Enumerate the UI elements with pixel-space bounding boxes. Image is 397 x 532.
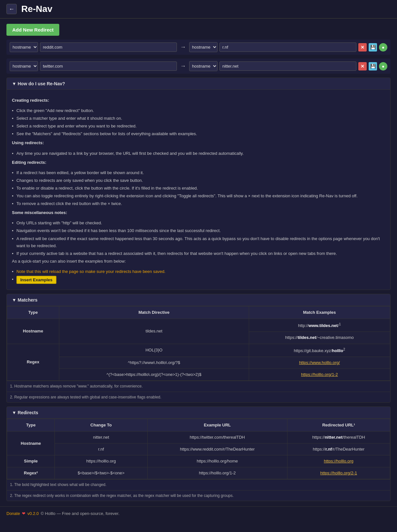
- redirects-body: Type Change To Example URL Redirected UR…: [7, 419, 390, 501]
- list-item: To enable or disable a redirect, click t…: [12, 185, 385, 192]
- quickstart-text: As a quick-start you can also insert the…: [12, 258, 385, 265]
- bold-part: nitter.net: [325, 435, 343, 440]
- list-item: If a redirect has been edited, a yellow …: [12, 169, 385, 176]
- redirect-1-from-value[interactable]: [40, 42, 177, 52]
- type-cell: Regex²: [7, 467, 55, 479]
- change-cell: r.nf: [55, 443, 148, 455]
- example-url-cell: https://holllo.org/1-2: [147, 467, 287, 479]
- col-change: Change To: [55, 419, 148, 431]
- list-item: A redirect will be cancelled if the exac…: [12, 235, 385, 249]
- col-directive: Match Directive: [59, 306, 249, 319]
- example-url-cell: https://www.reddit.com/r/TheDearHunter: [147, 443, 287, 455]
- redirect-1-save-button[interactable]: 💾: [369, 43, 377, 51]
- table-row: Hostname nitter.net https://twitter.com/…: [7, 432, 390, 443]
- example-cell: http://www.tildes.net/1: [249, 319, 390, 332]
- creating-list: Click the green "Add new redirect" butto…: [12, 107, 385, 137]
- redirect-1-to-value[interactable]: [219, 42, 356, 52]
- example-url-cell: https://twitter.com/therealTDH: [147, 432, 287, 443]
- redirect-row-1: hostname regex → hostname simple regex ✕…: [6, 40, 391, 55]
- example-link-yellow-2: https://holllo.org/1-2: [301, 372, 338, 377]
- misc-title: Some miscellaneous notes:: [12, 209, 385, 216]
- redirected-url-cell: https://nitter.net/therealTDH: [287, 432, 390, 443]
- redirected-url-cell: https://holllo.org/2-1: [287, 467, 390, 479]
- redirect-2-to-type[interactable]: hostname simple regex: [189, 61, 218, 71]
- redirected-link-yellow-2: https://holllo.org/2-1: [320, 471, 357, 475]
- col-examples: Match Examples: [249, 306, 390, 319]
- bold-part: www.tildes.net: [309, 323, 338, 328]
- list-item: Select a matcher type and enter what it …: [12, 115, 385, 122]
- redirect-2-toggle-button[interactable]: ●: [379, 62, 387, 70]
- redirect-1-from-type[interactable]: hostname regex: [10, 42, 38, 52]
- donate-link[interactable]: Donate: [6, 511, 20, 516]
- editing-list: If a redirect has been edited, a yellow …: [12, 169, 385, 207]
- redirect-2-save-button[interactable]: 💾: [369, 62, 377, 70]
- arrow-icon-2: →: [179, 63, 187, 70]
- matchers-section: ▼ Matchers Type Match Directive Match Ex…: [6, 294, 391, 403]
- matchers-table: Type Match Directive Match Examples Host…: [7, 306, 390, 381]
- type-cell: Hostname: [7, 319, 59, 344]
- example-link-yellow: https://www.holllo.org/: [299, 360, 340, 365]
- bold-part: holllo: [332, 348, 343, 353]
- table-row: Regex HOL{3}O https://git.bauke.xyz/holl…: [7, 344, 390, 357]
- misc-list: Only URLs starting with "http" will be c…: [12, 219, 385, 257]
- list-item: Only URLs starting with "http" will be c…: [12, 219, 385, 227]
- list-item: To remove a redirect click the red butto…: [12, 200, 385, 207]
- redirected-link-yellow: https://holllo.org: [324, 459, 353, 463]
- list-item: You can also toggle redirecting entirely…: [12, 192, 385, 200]
- type-cell: Hostname: [7, 432, 55, 455]
- header: ← Re-Nav: [0, 0, 397, 19]
- how-to-body: Creating redirects: Click the green "Add…: [7, 90, 390, 290]
- using-list: Any time you are navigated to a link by …: [12, 150, 385, 157]
- directive-cell: HOL{3}O: [59, 344, 249, 357]
- directive-cell: tildes.net: [59, 319, 249, 344]
- redirect-2-to-value[interactable]: [219, 61, 356, 71]
- list-item: Note that this will reload the page so m…: [12, 268, 385, 275]
- redirect-2-from-type[interactable]: hostname regex: [10, 61, 38, 71]
- version-badge: v0.2.0: [27, 511, 39, 516]
- insert-examples-button[interactable]: Insert Examples: [16, 276, 56, 284]
- how-to-header[interactable]: ▼ How do I use Re-Nav?: [7, 78, 390, 90]
- redirects-section: ▼ Redirects Type Change To Example URL R…: [6, 406, 391, 501]
- change-cell: https://holllo.org: [55, 455, 148, 467]
- redirected-url-cell: https://r.nf/r/TheDearHunter: [287, 443, 390, 455]
- redirects-table-header-row: Type Change To Example URL Redirected UR…: [7, 419, 390, 431]
- matchers-body: Type Match Directive Match Examples Host…: [7, 306, 390, 402]
- col-example: Example URL: [147, 419, 287, 431]
- matchers-header[interactable]: ▼ Matchers: [7, 294, 390, 306]
- how-to-section: ▼ How do I use Re-Nav? Creating redirect…: [6, 78, 391, 290]
- change-cell: $<base>/$<two>-$<one>: [55, 467, 148, 479]
- list-item: See the "Matchers" and "Redirects" secti…: [12, 130, 385, 137]
- app-title: Re-Nav: [21, 4, 52, 14]
- redirect-1-delete-button[interactable]: ✕: [358, 43, 367, 51]
- redirect-1-toggle-button[interactable]: ●: [379, 43, 387, 51]
- main-content: Add New Redirect hostname regex → hostna…: [0, 19, 397, 506]
- back-button[interactable]: ←: [6, 4, 17, 14]
- matchers-table-header-row: Type Match Directive Match Examples: [7, 306, 390, 319]
- matchers-footnote-2: 2. Regular expressions are always tested…: [7, 392, 390, 402]
- redirect-1-to-type[interactable]: hostname simple regex: [189, 42, 218, 52]
- redirect-2-delete-button[interactable]: ✕: [358, 62, 367, 70]
- directive-cell: ^(?<base>https://holllo\.org)/(?<one>1)-…: [59, 369, 249, 381]
- list-item: Changes to redirects are only saved when…: [12, 177, 385, 184]
- bold-part: tildes.net: [298, 335, 316, 340]
- table-row: Simple https://holllo.org https://holllo…: [7, 455, 390, 467]
- col-type: Type: [7, 419, 55, 431]
- heart-icon: ❤: [22, 511, 25, 516]
- table-row: ^(?<base>https://holllo\.org)/(?<one>1)-…: [7, 369, 390, 381]
- redirect-2-from-value[interactable]: [40, 61, 177, 71]
- bold-part: r.nf: [325, 447, 332, 452]
- redirects-footnote-1: 1. The bold highlighted text shows what …: [7, 479, 390, 490]
- list-item: Navigation events won't be checked if it…: [12, 227, 385, 234]
- add-redirect-button[interactable]: Add New Redirect: [6, 24, 59, 36]
- list-item: Any time you are navigated to a link by …: [12, 150, 385, 157]
- quickstart-list: Note that this will reload the page so m…: [12, 268, 385, 284]
- redirects-header[interactable]: ▼ Redirects: [7, 407, 390, 419]
- example-url-cell: https://holllo.org/home: [147, 455, 287, 467]
- type-cell: Simple: [7, 455, 55, 467]
- note-highlight: Note that this will reload the page so m…: [16, 269, 165, 274]
- table-row: r.nf https://www.reddit.com/r/TheDearHun…: [7, 443, 390, 455]
- example-cell: https://holllo.org/1-2: [249, 369, 390, 381]
- col-type: Type: [7, 306, 59, 319]
- list-item: Select a redirect type and enter where y…: [12, 123, 385, 130]
- redirects-footnote-2: 2. The regex redirect only works in comb…: [7, 490, 390, 501]
